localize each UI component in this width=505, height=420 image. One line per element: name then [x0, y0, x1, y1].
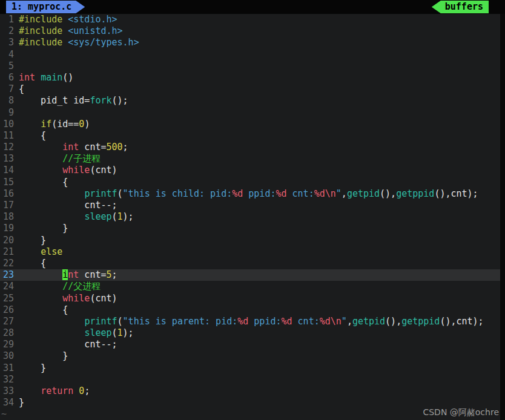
line-number: 7 — [0, 84, 19, 95]
line-number: 6 — [0, 72, 19, 84]
code-token: else — [41, 246, 62, 257]
line-number: 30 — [0, 350, 19, 362]
code-token: ; — [84, 386, 90, 396]
code-line[interactable]: 4 — [0, 49, 500, 61]
code-line[interactable]: 5 — [0, 61, 500, 72]
line-number: 18 — [0, 211, 19, 223]
code-token: , — [347, 316, 352, 327]
line-number: 5 — [0, 61, 19, 72]
code-line[interactable]: 15 { — [0, 177, 500, 188]
code-line[interactable]: 16 printf("this is child: pid:%d ppid:%d… — [0, 188, 500, 200]
code-line[interactable]: 27 printf("this is parent: pid:%d ppid:%… — [0, 316, 500, 327]
code-token: %d — [276, 188, 286, 199]
code-token: (),cnt); — [440, 316, 483, 327]
code-token: sleep — [84, 327, 111, 338]
code-line[interactable]: 12 int cnt=500; — [0, 142, 500, 153]
code-token — [19, 211, 84, 222]
code-line[interactable]: 22 { — [0, 258, 500, 269]
line-number: 1 — [0, 14, 19, 25]
code-line[interactable]: 23 int cnt=5; — [0, 269, 500, 281]
code-line[interactable]: 25 while(cnt) — [0, 293, 500, 304]
code-line[interactable]: 26 { — [0, 304, 500, 316]
code-text: } — [19, 223, 500, 234]
code-text: { — [19, 130, 500, 142]
code-line[interactable]: 11 { — [0, 130, 500, 142]
code-text: { — [19, 84, 500, 95]
code-token: //子进程 — [62, 153, 101, 164]
right-edge-strip — [500, 14, 505, 420]
code-token: #include — [19, 14, 62, 25]
code-token: { — [19, 177, 68, 188]
code-line[interactable]: 31 } — [0, 363, 500, 374]
line-number: 20 — [0, 235, 19, 246]
code-line[interactable]: 24 //父进程 — [0, 281, 500, 292]
code-text: } — [19, 350, 500, 362]
code-line[interactable]: 14 while(cnt) — [0, 165, 500, 176]
code-token: ); — [123, 211, 134, 222]
code-line[interactable]: 9 — [0, 107, 500, 119]
code-token: %d — [314, 188, 325, 199]
code-token — [19, 119, 41, 130]
line-number: 24 — [0, 281, 19, 292]
code-token: , — [342, 188, 347, 199]
code-line[interactable]: 29 cnt--; — [0, 339, 500, 350]
code-line[interactable]: 33 return 0; — [0, 386, 500, 397]
code-text — [19, 61, 500, 72]
code-token: getpid — [347, 188, 380, 199]
tab-current-file[interactable]: 1: myproc.c — [6, 1, 85, 13]
code-token: (), — [385, 316, 401, 327]
line-number: 27 — [0, 316, 19, 327]
code-line[interactable]: 7{ — [0, 84, 500, 95]
code-text: int cnt=5; — [19, 269, 500, 281]
code-token: %d — [282, 316, 292, 327]
code-text: //子进程 — [19, 153, 500, 165]
line-number: 15 — [0, 177, 19, 188]
code-token: 1 — [117, 327, 123, 338]
code-line[interactable]: 8 pid_t id=fork(); — [0, 95, 500, 107]
code-text — [19, 107, 500, 119]
code-text: int main() — [19, 72, 500, 84]
editor-area[interactable]: 1#include <stdio.h>2#include <unistd.h>3… — [0, 14, 500, 420]
code-token: ( — [112, 211, 117, 222]
code-text: if(id==0) — [19, 119, 500, 130]
code-line[interactable]: 18 sleep(1); — [0, 211, 500, 223]
code-token: if — [41, 119, 51, 130]
code-line[interactable]: 20 } — [0, 235, 500, 246]
code-token: } — [19, 223, 68, 234]
vim-terminal-window: 1: myproc.c buffers 1#include <stdio.h>2… — [0, 0, 505, 420]
code-text: } — [19, 363, 500, 374]
code-text: int cnt=500; — [19, 142, 500, 153]
code-line[interactable]: 10 if(id==0) — [0, 119, 500, 130]
code-line[interactable]: 17 cnt--; — [0, 200, 500, 211]
code-token: } — [19, 350, 68, 361]
code-line[interactable]: 13 //子进程 — [0, 153, 500, 165]
code-line[interactable]: 3#include <sys/types.h> — [0, 37, 500, 48]
code-token: 1 — [117, 211, 123, 222]
code-token — [19, 269, 62, 280]
code-token — [19, 327, 84, 338]
code-line[interactable]: 2#include <unistd.h> — [0, 25, 500, 37]
code-token: cnt= — [79, 142, 106, 153]
code-token: ; — [112, 269, 117, 280]
code-line[interactable]: 21 else — [0, 246, 500, 258]
tab-buffers-label: buffers — [445, 1, 483, 12]
code-text: pid_t id=fork(); — [19, 95, 500, 107]
code-line[interactable]: 28 sleep(1); — [0, 327, 500, 339]
line-number: 13 — [0, 153, 19, 165]
code-line[interactable]: 30 } — [0, 350, 500, 362]
code-line[interactable]: 32 — [0, 374, 500, 386]
line-number: 28 — [0, 327, 19, 339]
code-token: int — [62, 142, 79, 153]
tab-buffers[interactable]: buffers — [432, 1, 489, 13]
code-line[interactable]: 6int main() — [0, 72, 500, 84]
line-number: 10 — [0, 119, 19, 130]
code-line[interactable]: 1#include <stdio.h> — [0, 14, 500, 25]
code-token — [19, 142, 62, 153]
code-text: sleep(1); — [19, 327, 500, 339]
code-token: { — [19, 130, 46, 141]
code-line[interactable]: 19 } — [0, 223, 500, 234]
code-token: sleep — [84, 211, 111, 222]
code-token: 5 — [107, 269, 112, 280]
line-number: 17 — [0, 200, 19, 211]
code-token: { — [19, 258, 46, 269]
